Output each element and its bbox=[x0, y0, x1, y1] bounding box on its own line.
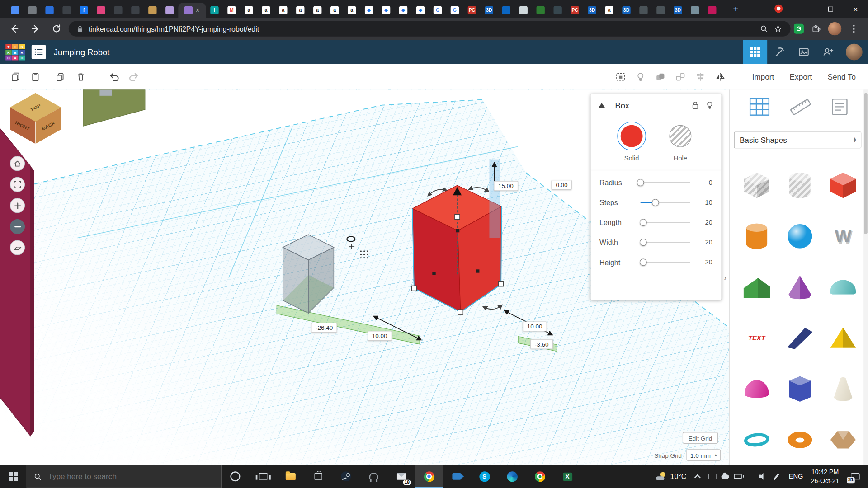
toggle-visibility-button[interactable] bbox=[630, 67, 650, 87]
back-button[interactable] bbox=[5, 20, 23, 38]
invite-people-button[interactable] bbox=[816, 40, 840, 64]
browser-tab[interactable] bbox=[161, 3, 178, 18]
tray-icon[interactable] bbox=[771, 472, 781, 481]
hide-shape-button[interactable] bbox=[706, 100, 713, 110]
taskbar-app[interactable] bbox=[249, 465, 277, 488]
browser-tab[interactable]: a bbox=[240, 3, 257, 18]
browser-tab[interactable]: a bbox=[326, 3, 343, 18]
edit-grid-button[interactable]: Edit Grid bbox=[683, 432, 718, 444]
ruler-tool-button[interactable] bbox=[789, 98, 811, 117]
taskbar-search[interactable] bbox=[27, 465, 222, 488]
align-button[interactable] bbox=[690, 67, 710, 87]
shape-tile[interactable] bbox=[782, 216, 817, 256]
browser-tab[interactable]: a bbox=[601, 3, 618, 18]
browser-tab[interactable]: a bbox=[309, 3, 326, 18]
browser-tab[interactable] bbox=[532, 3, 549, 18]
browser-tab[interactable]: PC bbox=[463, 3, 481, 18]
notes-tool-button[interactable] bbox=[831, 98, 849, 117]
tinkercad-logo[interactable]: TINKERCAD bbox=[5, 44, 25, 60]
shape-tile[interactable] bbox=[826, 267, 861, 307]
browser-tab[interactable] bbox=[703, 3, 721, 18]
address-bar[interactable]: tinkercad.com/things/hn1PNfi2P4Y-jumping… bbox=[69, 21, 791, 37]
browser-tab[interactable]: PC bbox=[566, 3, 584, 18]
hole-option[interactable]: Hole bbox=[666, 122, 695, 162]
browser-tab[interactable]: a bbox=[292, 3, 309, 18]
taskbar-app[interactable] bbox=[332, 465, 360, 488]
browser-tab[interactable] bbox=[515, 3, 532, 18]
slider-track[interactable] bbox=[641, 202, 690, 203]
browser-tab[interactable] bbox=[498, 3, 515, 18]
browser-tab[interactable] bbox=[92, 3, 109, 18]
zoom-in-button[interactable] bbox=[10, 198, 25, 213]
taskbar-app[interactable]: S bbox=[471, 465, 498, 488]
browser-tab[interactable]: ◆ bbox=[412, 3, 429, 18]
slider-track[interactable] bbox=[641, 222, 690, 223]
browser-tab[interactable]: G bbox=[429, 3, 446, 18]
dim-gap-right[interactable]: 10.00 bbox=[523, 321, 547, 331]
design-list-button[interactable] bbox=[32, 45, 46, 59]
shape-tile[interactable] bbox=[826, 318, 861, 358]
rotate-handle[interactable] bbox=[484, 305, 501, 309]
mirror-button[interactable] bbox=[710, 67, 730, 87]
browser-tab[interactable]: 3D bbox=[669, 3, 686, 18]
browser-tab[interactable] bbox=[58, 3, 75, 18]
maximize-button[interactable] bbox=[818, 0, 843, 18]
shape-category-select[interactable]: Basic Shapes ▴▾ bbox=[734, 131, 862, 148]
dim-gap-left[interactable]: 10.00 bbox=[368, 331, 392, 341]
taskbar-app[interactable] bbox=[443, 465, 471, 488]
gray-box-object[interactable] bbox=[283, 235, 334, 313]
taskbar-app[interactable] bbox=[304, 465, 332, 488]
blocks-view-button[interactable] bbox=[743, 40, 767, 64]
titlebar-record-icon[interactable] bbox=[774, 5, 783, 13]
shape-tile[interactable] bbox=[782, 420, 817, 460]
shape-tile[interactable] bbox=[782, 369, 817, 409]
shape-tile[interactable]: W bbox=[826, 216, 861, 256]
delete-button[interactable] bbox=[71, 67, 91, 87]
hole-swatch[interactable] bbox=[669, 125, 691, 147]
tray-icon[interactable] bbox=[758, 472, 768, 481]
shape-tile[interactable] bbox=[739, 267, 774, 307]
gallery-button[interactable] bbox=[792, 40, 816, 64]
tray-icon[interactable] bbox=[733, 472, 743, 481]
taskbar-app[interactable]: 18 bbox=[387, 465, 415, 488]
shape-tile[interactable] bbox=[782, 165, 817, 205]
slider-track[interactable] bbox=[641, 182, 690, 183]
workplane-marker[interactable] bbox=[347, 236, 368, 258]
shape-tile[interactable] bbox=[826, 420, 861, 460]
minimize-button[interactable] bbox=[793, 0, 818, 18]
browser-tab[interactable]: I bbox=[206, 3, 223, 18]
slider-knob[interactable] bbox=[640, 258, 647, 266]
minecraft-export-button[interactable] bbox=[767, 40, 792, 64]
slider-knob[interactable] bbox=[637, 179, 644, 186]
browser-tab[interactable]: 3D bbox=[481, 3, 498, 18]
bookmark-star-icon[interactable] bbox=[774, 24, 783, 33]
perspective-toggle-button[interactable] bbox=[10, 240, 25, 255]
snap-grid-select[interactable]: 1.0 mm ▴ bbox=[686, 449, 721, 461]
browser-menu-button[interactable] bbox=[845, 20, 863, 38]
forward-button[interactable] bbox=[27, 20, 44, 38]
browser-tab[interactable]: a bbox=[274, 3, 292, 18]
action-center-button[interactable]: 31 bbox=[847, 468, 863, 485]
workplane-tool-button[interactable] bbox=[749, 98, 770, 117]
browser-tab[interactable]: ◆ bbox=[360, 3, 377, 18]
tray-icon[interactable] bbox=[720, 472, 730, 481]
shape-tile[interactable] bbox=[739, 420, 774, 460]
browser-tab[interactable]: × bbox=[178, 3, 206, 18]
slider-track[interactable] bbox=[641, 242, 690, 243]
scrollbar-thumb[interactable] bbox=[864, 93, 867, 234]
shape-tile[interactable]: TEXT bbox=[739, 318, 774, 358]
search-input[interactable] bbox=[47, 471, 214, 481]
browser-tab[interactable]: f bbox=[75, 3, 93, 18]
slider-knob[interactable] bbox=[652, 199, 659, 206]
grammar-extension-icon[interactable] bbox=[794, 24, 804, 34]
taskbar-app[interactable] bbox=[498, 465, 526, 488]
show-all-button[interactable] bbox=[610, 67, 630, 87]
home-view-button[interactable] bbox=[10, 156, 25, 171]
taskbar-app[interactable] bbox=[360, 465, 387, 488]
copy-button[interactable] bbox=[5, 67, 25, 87]
shape-tile[interactable] bbox=[826, 165, 861, 205]
lock-button[interactable] bbox=[691, 101, 699, 110]
taskbar-app[interactable]: X bbox=[553, 465, 581, 488]
browser-tab[interactable]: 3D bbox=[584, 3, 601, 18]
tab-close-icon[interactable]: × bbox=[195, 7, 199, 14]
